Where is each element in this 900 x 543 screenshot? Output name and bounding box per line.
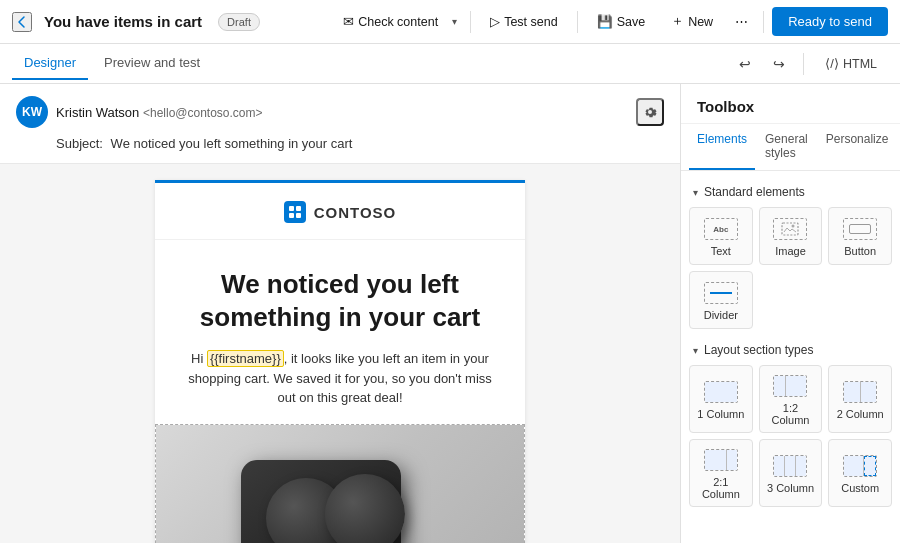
logo-text: CONTOSO (314, 204, 397, 221)
svg-rect-4 (782, 223, 798, 235)
email-image-section[interactable] (155, 424, 525, 544)
plus-icon: ＋ (671, 13, 684, 30)
email-headline: We noticed you left something in your ca… (187, 268, 493, 333)
tab-preview[interactable]: Preview and test (92, 47, 212, 80)
divider-2 (577, 11, 578, 33)
layouts-grid: 1 Column 1:2 Column (689, 361, 892, 515)
settings-button[interactable] (636, 98, 664, 126)
editor-panel: KW Kristin Watson <hello@contoso.com> Su… (0, 84, 680, 543)
email-frame: CONTOSO We noticed you left something in… (155, 180, 525, 543)
check-content-button[interactable]: ✉ Check content (334, 8, 447, 35)
layout-3-column-label: 3 Column (767, 482, 814, 494)
layout-2-column[interactable]: 2 Column (828, 365, 892, 433)
subject-text: We noticed you left something in your ca… (111, 136, 353, 151)
collapse-layout-icon[interactable]: ▾ (693, 345, 698, 356)
test-send-button[interactable]: ▷ Test send (479, 8, 569, 35)
check-content-split-button[interactable]: ✉ Check content ▾ (334, 8, 462, 35)
layout-1-column[interactable]: 1 Column (689, 365, 753, 433)
more-options-button[interactable]: ⋯ (728, 8, 755, 35)
divider-3 (763, 11, 764, 33)
toolbar-buttons: ↩ ↪ ⟨/⟩ HTML (731, 50, 888, 78)
standard-elements-label: Standard elements (704, 185, 805, 199)
new-button[interactable]: ＋ New (660, 7, 724, 36)
svg-rect-2 (289, 213, 294, 218)
toolbox-tab-general[interactable]: General styles (757, 124, 816, 170)
svg-rect-1 (296, 206, 301, 211)
top-bar-actions: ✉ Check content ▾ ▷ Test send 💾 Save ＋ N… (334, 7, 888, 36)
layout-1-column-label: 1 Column (697, 408, 744, 420)
layout-1-2-column[interactable]: 1:2 Column (759, 365, 823, 433)
save-icon: 💾 (597, 14, 613, 29)
element-text-label: Text (711, 245, 731, 257)
1-2-column-icon (773, 375, 807, 397)
email-header: KW Kristin Watson <hello@contoso.com> Su… (0, 84, 680, 164)
element-button[interactable]: Button (828, 207, 892, 265)
layout-1-2-column-label: 1:2 Column (764, 402, 818, 426)
subject-row: Subject: We noticed you left something i… (16, 132, 664, 155)
divider-1 (470, 11, 471, 33)
page-title: You have items in cart (44, 13, 202, 30)
text-icon (704, 218, 738, 240)
from-row: KW Kristin Watson <hello@contoso.com> (16, 92, 664, 132)
collapse-standard-icon[interactable]: ▾ (693, 187, 698, 198)
code-icon: ⟨/⟩ (825, 56, 839, 71)
sub-bar: Designer Preview and test ↩ ↪ ⟨/⟩ HTML (0, 44, 900, 84)
check-content-icon: ✉ (343, 14, 354, 29)
element-image[interactable]: Image (759, 207, 823, 265)
from-name: Kristin Watson (56, 105, 139, 120)
ready-to-send-button[interactable]: Ready to send (772, 7, 888, 36)
undo-button[interactable]: ↩ (731, 50, 759, 78)
standard-elements-section-header: ▾ Standard elements (689, 179, 892, 203)
3-column-icon (773, 455, 807, 477)
avatar: KW (16, 96, 48, 128)
layout-section-label: Layout section types (704, 343, 813, 357)
toolbox-tab-personalize[interactable]: Personalize (818, 124, 897, 170)
element-divider-label: Divider (704, 309, 738, 321)
layout-custom-label: Custom (841, 482, 879, 494)
subject-label: Subject: (56, 136, 103, 151)
element-text[interactable]: Text (689, 207, 753, 265)
layout-custom[interactable]: Custom (828, 439, 892, 507)
personalization-tag: {{firstname}} (207, 350, 284, 367)
save-button[interactable]: 💾 Save (586, 8, 657, 35)
body-text-before: Hi (191, 351, 207, 366)
image-icon (773, 218, 807, 240)
2-1-column-icon (704, 449, 738, 471)
element-image-label: Image (775, 245, 806, 257)
tab-designer[interactable]: Designer (12, 47, 88, 80)
product-image-placeholder (156, 425, 524, 544)
from-info: Kristin Watson <hello@contoso.com> (56, 105, 628, 120)
divider-4 (803, 53, 804, 75)
from-email: <hello@contoso.com> (143, 106, 263, 120)
layout-3-column[interactable]: 3 Column (759, 439, 823, 507)
layout-section-header: ▾ Layout section types (689, 337, 892, 361)
email-body-text: Hi {{firstname}}, it looks like you left… (187, 349, 493, 408)
svg-rect-3 (296, 213, 301, 218)
element-divider[interactable]: Divider (689, 271, 753, 329)
email-logo-area: CONTOSO (155, 183, 525, 240)
redo-button[interactable]: ↪ (765, 50, 793, 78)
svg-point-5 (792, 225, 795, 228)
custom-column-icon (843, 455, 877, 477)
toolbox-panel: Toolbox Elements General styles Personal… (680, 84, 900, 543)
toolbox-tab-elements[interactable]: Elements (689, 124, 755, 170)
layout-2-1-column[interactable]: 2:1 Column (689, 439, 753, 507)
toolbox-tabs: Elements General styles Personalize (681, 124, 900, 171)
layout-2-1-column-label: 2:1 Column (694, 476, 748, 500)
logo-icon (284, 201, 306, 223)
check-content-chevron[interactable]: ▾ (447, 10, 462, 33)
element-button-label: Button (844, 245, 876, 257)
html-button[interactable]: ⟨/⟩ HTML (814, 50, 888, 77)
email-hero: We noticed you left something in your ca… (155, 240, 525, 424)
test-send-icon: ▷ (490, 14, 500, 29)
more-icon: ⋯ (735, 14, 748, 29)
elements-grid: Text Image (689, 203, 892, 337)
divider-icon (704, 282, 738, 304)
draft-badge: Draft (218, 13, 260, 31)
1-column-icon (704, 381, 738, 403)
email-canvas[interactable]: CONTOSO We noticed you left something in… (0, 164, 680, 543)
main-area: KW Kristin Watson <hello@contoso.com> Su… (0, 84, 900, 543)
button-icon (843, 218, 877, 240)
svg-rect-0 (289, 206, 294, 211)
back-button[interactable] (12, 12, 32, 32)
